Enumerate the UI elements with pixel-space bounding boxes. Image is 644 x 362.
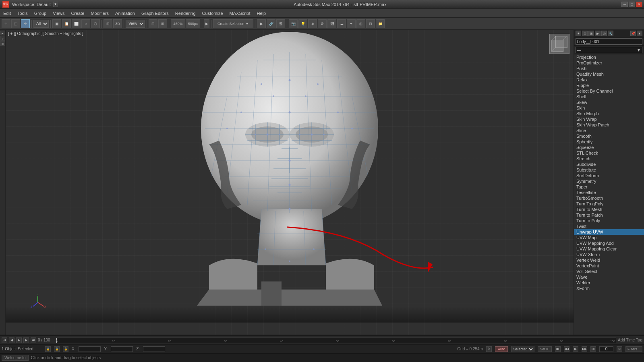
play-animation-btn[interactable]: ▶	[16, 337, 22, 343]
minimize-button[interactable]: ─	[621, 2, 628, 7]
modifier-item-18[interactable]: STL Check	[574, 150, 644, 156]
prev-key-btn[interactable]: ◀	[9, 337, 14, 343]
menu-modifiers[interactable]: Modifiers	[87, 10, 112, 17]
panel-pin[interactable]: 📌	[630, 31, 636, 36]
move-tool[interactable]: ✛	[21, 19, 30, 28]
select-object[interactable]: ▣	[52, 19, 61, 28]
snap-toggle[interactable]: ⊞	[104, 19, 112, 28]
modifier-item-26[interactable]: TurboSmooth	[574, 195, 644, 201]
filter-select[interactable]: All	[33, 20, 49, 28]
align-tool[interactable]: ⊟	[149, 19, 157, 28]
navigation-cube[interactable]	[549, 34, 569, 54]
auto-key-btn[interactable]: Auto	[495, 346, 508, 352]
mirror-tool[interactable]: ⊞	[158, 19, 167, 28]
modifier-item-7[interactable]: Select By Channel	[574, 88, 644, 94]
material-btn[interactable]: ◈	[308, 19, 317, 28]
modifier-item-5[interactable]: Relax	[574, 77, 644, 83]
prev-frame-status[interactable]: ⏮	[555, 346, 561, 352]
menu-maxscript[interactable]: MAXScript	[226, 10, 254, 17]
lock-z-btn[interactable]: 🔒	[63, 346, 68, 352]
modifier-item-6[interactable]: Ripple	[574, 83, 644, 88]
modifier-item-28[interactable]: Turn to Mesh	[574, 207, 644, 212]
modifier-item-29[interactable]: Turn to Patch	[574, 212, 644, 218]
menu-create[interactable]: Create	[68, 10, 87, 17]
modifier-item-1[interactable]: Projection	[574, 54, 644, 60]
menu-tools[interactable]: Tools	[14, 10, 31, 17]
unlink-tool[interactable]: ⛓	[276, 19, 285, 28]
modifier-item-24[interactable]: Taper	[574, 184, 644, 190]
menu-graph-editors[interactable]: Graph Editors	[138, 10, 172, 17]
panel-icon-motion[interactable]: ▶	[595, 31, 601, 36]
modifier-item-27[interactable]: Turn To gPoly	[574, 201, 644, 207]
play-status[interactable]: ▶	[573, 346, 578, 352]
close-button[interactable]: ✕	[636, 2, 642, 7]
lock-x-btn[interactable]: 🔒	[45, 346, 51, 352]
left-tool-1[interactable]: ⊹	[0, 36, 5, 41]
camera-btn[interactable]: 📷	[289, 19, 298, 28]
workspace-dropdown[interactable]: ▼	[53, 2, 58, 7]
menu-help[interactable]: Help	[254, 10, 269, 17]
modifier-item-37[interactable]: Vertex Weld	[574, 257, 644, 263]
modifier-item-13[interactable]: Skin Wrap Patch	[574, 122, 644, 128]
modifier-item-40[interactable]: Wave	[574, 274, 644, 280]
modifier-item-14[interactable]: Slice	[574, 128, 644, 133]
percent-field[interactable]: 460%	[171, 19, 185, 28]
maximize-button[interactable]: □	[629, 2, 635, 7]
modifier-item-16[interactable]: Spherify	[574, 139, 644, 145]
modifier-item-32[interactable]: Unwrap UVW	[574, 229, 644, 235]
menu-animation[interactable]: Animation	[112, 10, 138, 17]
next-frame-btn[interactable]: ⏭	[31, 337, 36, 343]
modifier-item-41[interactable]: Welder	[574, 280, 644, 285]
add-time-tag-btn[interactable]: Add Time Tag	[618, 338, 642, 342]
panel-icon-utilities[interactable]: 🔧	[608, 31, 613, 36]
select-region[interactable]: ⬚	[11, 19, 20, 28]
link-tool[interactable]: 🔗	[267, 19, 275, 28]
panel-expand[interactable]: ▼	[637, 31, 642, 36]
modifier-item-31[interactable]: Twist	[574, 223, 644, 229]
menu-rendering[interactable]: Rendering	[172, 10, 199, 17]
menu-edit[interactable]: Edit	[0, 10, 14, 17]
modifier-item-20[interactable]: Subdivide	[574, 161, 644, 167]
modifier-item-39[interactable]: Vol. Select	[574, 269, 644, 274]
time-settings-btn[interactable]: ⚙	[617, 346, 622, 352]
viewport[interactable]: [ + ][ Orthographic ][ Smooth + Highligh…	[6, 30, 574, 335]
modifier-item-35[interactable]: UVW Mapping Clear	[574, 246, 644, 252]
circle-select[interactable]: ○	[81, 19, 90, 28]
modifier-item-22[interactable]: SurfDeform	[574, 173, 644, 178]
next-frame-status[interactable]: ⏭	[590, 346, 596, 352]
z-input[interactable]	[143, 346, 165, 352]
modifier-item-3[interactable]: Push	[574, 66, 644, 71]
selection-set-dropdown[interactable]: Selected	[511, 346, 534, 352]
left-play-btn[interactable]: ▶	[0, 31, 5, 35]
prev-frame-btn[interactable]: ⏮	[2, 337, 7, 343]
modifier-item-36[interactable]: UVW Xform	[574, 252, 644, 257]
select-tool[interactable]: ⊹	[2, 19, 10, 28]
modifier-item-11[interactable]: Skin Morph	[574, 111, 644, 116]
raytracer[interactable]: ◎	[356, 19, 365, 28]
x-input[interactable]	[79, 346, 101, 352]
y-input[interactable]	[111, 346, 133, 352]
filters-btn[interactable]: Filters...	[625, 346, 642, 352]
asset-track[interactable]: 📁	[376, 19, 385, 28]
modifier-item-12[interactable]: Skin Wrap	[574, 116, 644, 122]
fence-select[interactable]: ⬡	[91, 19, 100, 28]
effects[interactable]: ✦	[347, 19, 356, 28]
menu-customize[interactable]: Customize	[199, 10, 226, 17]
modifier-dropdown[interactable]: —▼	[576, 47, 642, 53]
current-frame-input[interactable]	[599, 346, 613, 352]
play-btn[interactable]: ▶	[257, 19, 266, 28]
panel-icon-create[interactable]: ✦	[576, 31, 581, 36]
modifier-item-15[interactable]: Smooth	[574, 133, 644, 139]
modifier-item-25[interactable]: Tessellate	[574, 190, 644, 195]
prev-key-status[interactable]: ◀◀	[564, 346, 569, 352]
left-tool-2[interactable]: ⊞	[0, 41, 5, 46]
menu-group[interactable]: Group	[31, 10, 50, 17]
modifier-item-38[interactable]: VertexPaint	[574, 263, 644, 269]
modifier-item-10[interactable]: Skin	[574, 105, 644, 111]
modifier-item-23[interactable]: Symmetry	[574, 178, 644, 184]
panel-icon-modify[interactable]: ⚙	[582, 31, 588, 36]
modifier-item-33[interactable]: UVW Map	[574, 235, 644, 240]
modifier-item-8[interactable]: Shell	[574, 94, 644, 99]
quick-render[interactable]: 🖼	[327, 19, 336, 28]
create-selection-btn[interactable]: Create Selection ▼	[213, 19, 253, 28]
